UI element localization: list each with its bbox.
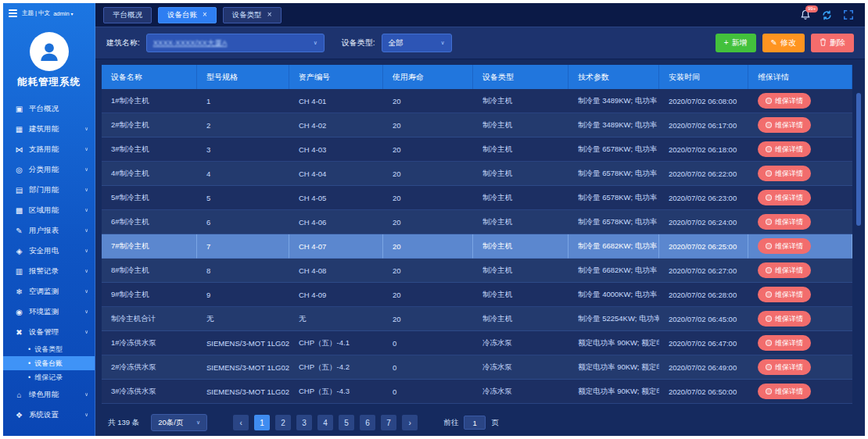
table-cell-actions: 维保详情 (748, 234, 852, 259)
sidebar-subitem[interactable]: •维保记录 (3, 370, 95, 384)
table-cell-actions: 维保详情 (748, 283, 852, 307)
sidebar-subitem[interactable]: •设备类型 (3, 342, 95, 356)
device-type-select[interactable]: 全部 ∨ (382, 34, 452, 52)
next-page-button[interactable]: › (402, 415, 418, 430)
sidebar-item[interactable]: ◈安全用电∨ (3, 241, 95, 261)
maintenance-detail-button[interactable]: 维保详情 (758, 214, 811, 230)
sidebar-item[interactable]: ◉环境监测∨ (3, 302, 95, 322)
page-button-3[interactable]: 3 (296, 415, 312, 430)
pencil-icon: ✎ (771, 39, 777, 47)
page-button-1[interactable]: 1 (254, 415, 270, 430)
table-cell-type: 制冷主机 (473, 234, 569, 259)
maintenance-detail-label: 维保详情 (775, 217, 803, 227)
table-cell-life: 0 (383, 355, 473, 380)
page-size-select[interactable]: 20条/页 ∨ (151, 414, 207, 431)
table-cell-name: 7#制冷主机 (102, 234, 197, 259)
table-cell-tech: 额定电功率 90KW; 额定电... (569, 380, 659, 404)
table-cell-actions: 维保详情 (748, 259, 852, 283)
tab-label: 设备台账 (167, 10, 197, 20)
edit-button[interactable]: ✎ 修改 (762, 34, 805, 52)
table-cell-name: 3#冷冻供水泵 (102, 380, 197, 404)
table-cell-actions: 维保详情 (748, 89, 852, 113)
device-type-select-value: 全部 (389, 38, 404, 48)
table-cell-name: 3#制冷主机 (102, 137, 197, 162)
sidebar-item[interactable]: ✖设备管理∨ (3, 322, 95, 342)
maintenance-detail-button[interactable]: 维保详情 (758, 262, 811, 278)
sidebar-item[interactable]: ✎用户报表∨ (3, 220, 95, 241)
page-button-5[interactable]: 5 (339, 415, 354, 430)
page-button-6[interactable]: 6 (360, 415, 375, 430)
chevron-icon: ∨ (84, 288, 88, 294)
table-cell-model: 3 (197, 137, 289, 162)
sidebar-item[interactable]: ❖系统设置∨ (3, 405, 95, 425)
sidebar-item[interactable]: ❄空调监测∨ (3, 281, 95, 302)
page-button-7[interactable]: 7 (381, 415, 396, 430)
username-label: admin (53, 10, 69, 17)
sidebar-item[interactable]: ▣平台概况 (3, 98, 95, 119)
sidebar-item[interactable]: ▥报警记录∨ (3, 261, 95, 281)
sidebar-item[interactable]: ⋈支路用能∨ (3, 139, 95, 159)
table-cell-life: 20 (383, 234, 473, 259)
filter-toolbar: 建筑名称: XXXX·XXXX/XX大厦A ∨ 设备类型: 全部 ∨ + 新增 … (95, 27, 865, 59)
prev-page-button[interactable]: ‹ (233, 415, 249, 430)
notifications-bell-icon[interactable]: 99+ (800, 9, 811, 20)
maintenance-detail-button[interactable]: 维保详情 (758, 359, 811, 375)
chevron-icon: ∨ (84, 309, 88, 315)
device-ledger-table: 设备名称型号规格资产编号使用寿命设备类型技术参数安装时间维保详情1#制冷主机1C… (102, 65, 852, 409)
maintenance-detail-button[interactable]: 维保详情 (758, 384, 811, 399)
building-select[interactable]: XXXX·XXXX/XX大厦A ∨ (146, 34, 325, 52)
wrench-icon (766, 98, 772, 104)
app-logo (30, 32, 69, 71)
add-button[interactable]: + 新增 (716, 34, 756, 52)
table-cell-asset: CH 4-05 (289, 186, 383, 210)
maintenance-detail-button[interactable]: 维保详情 (758, 287, 811, 302)
main-area: 平台概况设备台账×设备类型× 99+ (95, 3, 865, 436)
scrollbar-thumb[interactable] (856, 93, 861, 226)
table-cell-time: 2020/07/02 06:22:00 (659, 162, 748, 186)
building-select-value: XXXX·XXXX/XX大厦A (153, 38, 228, 48)
column-header: 安装时间 (659, 65, 748, 89)
goto-page-input[interactable] (464, 416, 486, 430)
menu-toggle-icon[interactable] (7, 8, 19, 19)
table-cell-asset: CH 4-08 (289, 259, 383, 283)
tab-2[interactable]: 设备台账× (158, 7, 217, 23)
close-icon[interactable]: × (203, 11, 207, 19)
table-cell-asset: CHP（五）-4.1 (289, 331, 383, 355)
maintenance-detail-button[interactable]: 维保详情 (758, 166, 811, 181)
maintenance-detail-button[interactable]: 维保详情 (758, 238, 811, 254)
region-energy-icon: ▩ (13, 206, 25, 215)
page-button-2[interactable]: 2 (275, 415, 291, 430)
maintenance-detail-label: 维保详情 (775, 193, 803, 203)
building-filter-label: 建筑名称: (106, 37, 140, 48)
maintenance-detail-button[interactable]: 维保详情 (758, 311, 811, 327)
user-menu[interactable]: admin ▾ (53, 10, 73, 17)
sidebar-item[interactable]: ▦建筑用能∨ (3, 119, 95, 139)
sidebar-item[interactable]: ▤部门用能∨ (3, 180, 95, 200)
close-icon[interactable]: × (267, 11, 272, 19)
page-button-4[interactable]: 4 (317, 415, 333, 430)
maintenance-detail-button[interactable]: 维保详情 (758, 117, 811, 133)
column-header: 型号规格 (197, 65, 289, 89)
chevron-icon: ∨ (84, 329, 88, 335)
sidebar-subitem[interactable]: •设备台账 (3, 356, 95, 370)
column-header: 使用寿命 (383, 65, 473, 89)
maintenance-detail-button[interactable]: 维保详情 (758, 93, 811, 109)
tab-1[interactable]: 平台概况 (103, 7, 152, 23)
sidebar-item[interactable]: ⌂绿色用能∨ (3, 384, 95, 405)
maintenance-detail-button[interactable]: 维保详情 (758, 335, 811, 351)
maintenance-detail-button[interactable]: 维保详情 (758, 190, 811, 205)
table-cell-life: 0 (383, 380, 473, 404)
maintenance-detail-button[interactable]: 维保详情 (758, 141, 811, 157)
delete-button[interactable]: 删除 (811, 34, 854, 52)
sidebar-item[interactable]: ◎分类用能∨ (3, 159, 95, 180)
tab-3[interactable]: 设备类型× (223, 7, 282, 23)
chevron-icon: ∨ (84, 227, 88, 234)
fullscreen-icon[interactable] (843, 9, 854, 20)
theme-language-switch[interactable]: 主题 | 中文 (22, 9, 50, 17)
sidebar-item[interactable]: ▩区域用能∨ (3, 200, 95, 220)
goto-page-suffix: 页 (491, 418, 499, 428)
refresh-icon[interactable] (821, 9, 833, 21)
table-cell-time: 2020/07/02 06:49:00 (659, 355, 748, 380)
chevron-down-icon: ∨ (314, 40, 317, 46)
wrench-icon (766, 316, 772, 322)
